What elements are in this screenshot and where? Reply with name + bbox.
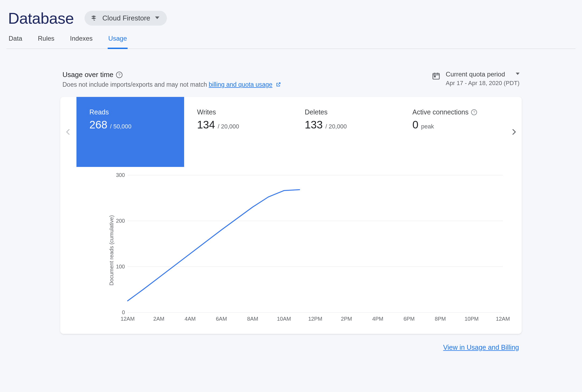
metric-limit: peak (421, 123, 434, 130)
page-header: Database Cloud Firestore (6, 6, 576, 33)
chart-line (128, 190, 300, 301)
x-tick: 6PM (404, 316, 415, 322)
caret-down-icon (155, 16, 159, 21)
metric-label: Reads (89, 108, 109, 116)
period-selector[interactable]: Current quota period Apr 17 - Apr 18, 20… (446, 71, 520, 87)
metric-limit: / 50,000 (110, 123, 132, 130)
billing-quota-link[interactable]: billing and quota usage (209, 81, 272, 88)
x-tick: 4AM (185, 316, 196, 322)
metric-reads[interactable]: Reads 268 / 50,000 (76, 97, 184, 167)
x-tick: 12PM (308, 316, 322, 322)
help-icon[interactable]: ? (116, 72, 122, 78)
x-tick: 6AM (216, 316, 227, 322)
help-icon[interactable]: ? (471, 109, 477, 115)
firestore-icon (90, 15, 97, 22)
tab-indexes[interactable]: Indexes (69, 35, 93, 49)
db-selector[interactable]: Cloud Firestore (85, 11, 167, 26)
metric-value: 133 (305, 119, 323, 131)
x-tick: 10PM (465, 316, 479, 322)
tab-usage[interactable]: Usage (108, 35, 127, 49)
svg-rect-0 (433, 74, 439, 79)
metric-deletes[interactable]: Deletes 133 / 20,000 (292, 97, 399, 167)
calendar-icon (432, 72, 440, 81)
metric-limit: / 20,000 (325, 123, 347, 130)
metric-value: 268 (89, 119, 107, 131)
section-subtitle-text: Does not include imports/exports and may… (62, 81, 209, 88)
metrics-next-button[interactable] (506, 97, 522, 167)
tabs: Data Rules Indexes Usage (6, 33, 576, 49)
x-tick: 8AM (247, 316, 258, 322)
metric-label: Deletes (305, 108, 328, 116)
metric-limit: / 20,000 (218, 123, 239, 130)
section-subtitle: Does not include imports/exports and may… (62, 81, 281, 89)
x-tick: 12AM (496, 316, 510, 322)
metric-label: Active connections (412, 108, 468, 116)
tab-data[interactable]: Data (8, 35, 23, 49)
metric-writes[interactable]: Writes 134 / 20,000 (184, 97, 292, 167)
x-tick: 4PM (372, 316, 383, 322)
metric-value: 134 (197, 119, 215, 131)
metric-label: Writes (197, 108, 216, 116)
gridline (128, 312, 503, 313)
svg-rect-1 (434, 76, 435, 77)
section-title: Usage over time (62, 71, 113, 79)
external-link-icon (276, 82, 281, 89)
x-tick: 12AM (121, 316, 135, 322)
metric-value: 0 (412, 119, 418, 131)
tab-rules[interactable]: Rules (37, 35, 55, 49)
db-selector-label: Cloud Firestore (102, 14, 150, 22)
x-tick: 10AM (277, 316, 291, 322)
view-usage-billing-link[interactable]: View in Usage and Billing (443, 344, 519, 351)
usage-card: Reads 268 / 50,000 Writes 134 / 20,000 (60, 97, 522, 334)
page-title: Database (8, 9, 74, 27)
x-tick: 2PM (341, 316, 352, 322)
chart: Document reads (cumulative) 010020030012… (60, 167, 522, 334)
metrics-prev-button[interactable] (60, 97, 76, 167)
x-tick: 8PM (435, 316, 446, 322)
metric-active-connections[interactable]: Active connections ? 0 peak (399, 97, 506, 167)
period-date: Apr 17 - Apr 18, 2020 (PDT) (446, 80, 520, 87)
period-label: Current quota period (446, 71, 505, 78)
x-tick: 2AM (153, 316, 164, 322)
metrics-strip: Reads 268 / 50,000 Writes 134 / 20,000 (76, 97, 506, 167)
caret-down-icon (516, 72, 520, 77)
